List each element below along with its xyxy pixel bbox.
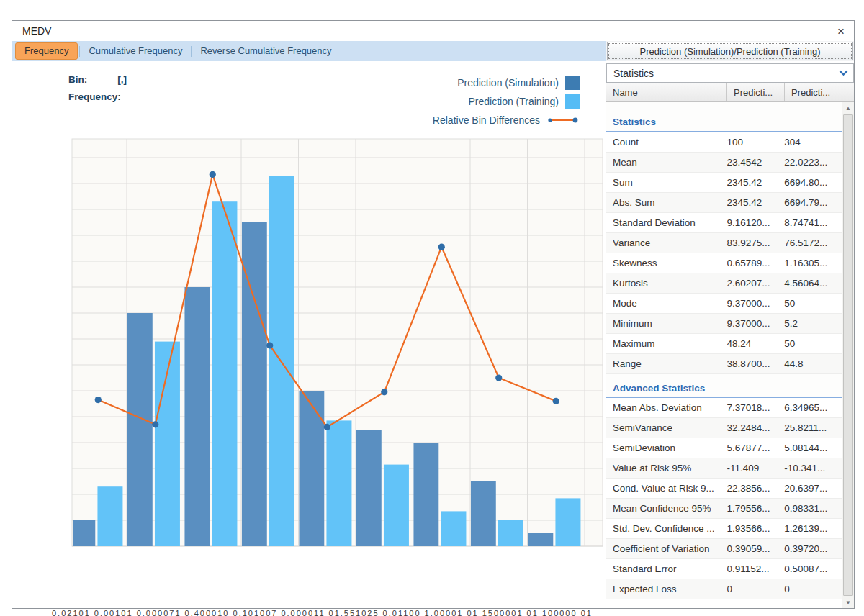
stat-value: 2.60207... [727, 278, 785, 289]
table-row[interactable]: Standard Error0.91152...0.50087... [606, 559, 842, 579]
table-row[interactable]: Mode9.37000...50 [606, 294, 842, 314]
stat-name: Coefficient of Variation [606, 543, 727, 554]
window-title: MEDV [22, 25, 51, 37]
stat-name: Abs. Sum [606, 197, 727, 208]
legend-item-simulation: Prediction (Simulation) [433, 73, 580, 92]
table-row[interactable]: Expected Loss00 [606, 579, 842, 599]
table-body: StatisticsCount100304Mean23.454222.0223.… [606, 102, 854, 608]
column-header-name[interactable]: Name [606, 83, 727, 101]
stat-value: 6.34965... [784, 402, 842, 413]
main-content: Bin: [,] Frequency: Prediction (Simulati… [12, 61, 854, 608]
statistics-dropdown[interactable]: Statistics [606, 63, 854, 83]
stat-value: 304 [784, 137, 842, 148]
prediction-column-button[interactable]: Prediction (Simulation)/Prediction (Trai… [607, 42, 853, 60]
tab-reverse-cumulative-frequency[interactable]: Reverse Cumulative Frequency [192, 41, 340, 61]
stat-value: 25.8211... [784, 422, 842, 433]
stat-name: Minimum [606, 318, 727, 329]
statistics-panel: Statistics Name Predicti... Predicti... … [606, 61, 854, 608]
stat-name: Variance [606, 237, 727, 248]
stat-value: 9.37000... [727, 318, 785, 329]
stat-value: -11.409 [727, 463, 785, 474]
stat-value: 0 [784, 584, 842, 594]
column-header-prediction-1[interactable]: Predicti... [727, 83, 785, 101]
column-header-prediction-2[interactable]: Predicti... [785, 83, 842, 101]
stat-value: 2345.42 [727, 177, 785, 188]
table-row[interactable]: Kurtosis2.60207...4.56064... [606, 273, 842, 294]
table-row[interactable]: Value at Risk 95%-11.409-10.341... [606, 458, 842, 479]
stat-value: 22.3856... [727, 483, 785, 494]
table-row[interactable]: Mean23.454222.0223... [606, 153, 842, 173]
legend-item-training: Prediction (Training) [433, 92, 580, 111]
stat-value: 48.24 [727, 338, 785, 349]
table-row[interactable]: Variance83.9275...76.5172... [606, 233, 842, 253]
table-row[interactable]: Std. Dev. Confidence ...1.93566...1.2613… [606, 519, 842, 539]
table-row[interactable]: Mean Abs. Deviation7.37018...6.34965... [606, 398, 842, 418]
scrollbar-thumb[interactable] [843, 114, 853, 596]
stat-name: Mean Confidence 95% [606, 503, 727, 514]
scroll-down-icon[interactable]: ▼ [842, 597, 854, 608]
stat-value: 5.08144... [784, 443, 842, 453]
stat-value: 50 [784, 338, 842, 349]
stat-value: 4.56064... [784, 278, 842, 289]
stat-value: 38.8700... [727, 358, 785, 369]
table-row[interactable]: Mean Confidence 95%1.79556...0.98331... [606, 499, 842, 519]
frequency-chart[interactable] [12, 61, 606, 608]
stat-name: Mean [606, 157, 727, 168]
stat-value: 1.93566... [727, 523, 785, 534]
chart-area: Bin: [,] Frequency: Prediction (Simulati… [12, 61, 606, 608]
table-row[interactable]: Range38.8700...44.8 [606, 354, 842, 374]
stat-name: SemiDeviation [606, 443, 727, 453]
medv-window: MEDV × Frequency Cumulative Frequency Re… [12, 20, 855, 609]
table-row[interactable]: Maximum48.2450 [606, 334, 842, 354]
legend-item-differences: Relative Bin Differences [433, 111, 580, 130]
stat-value: 1.79556... [727, 503, 785, 514]
panel-header: Prediction (Simulation)/Prediction (Trai… [606, 41, 854, 61]
stat-value: 6694.79... [784, 197, 842, 208]
stat-value: 1.26139... [784, 523, 842, 534]
table-row[interactable]: Sum2345.426694.80... [606, 173, 842, 193]
stat-value: 0.50087... [784, 563, 842, 574]
section-header: Statistics [606, 102, 842, 132]
clipped-bottom-row: 0.02101 0.00101 0.000071 0.400010 0.1010… [0, 609, 864, 616]
scroll-up-icon[interactable]: ▲ [842, 102, 854, 114]
stat-name: Standard Error [606, 563, 727, 574]
vertical-scrollbar[interactable]: ▲ ▼ [842, 102, 854, 608]
stat-name: Expected Loss [606, 584, 727, 594]
stat-name: Range [606, 358, 727, 369]
table-row[interactable]: Standard Deviation9.16120...8.74741... [606, 213, 842, 233]
stat-value: 0.91152... [727, 563, 785, 574]
table-row[interactable]: Coefficient of Variation0.39059...0.3972… [606, 539, 842, 559]
stats-rows: StatisticsCount100304Mean23.454222.0223.… [606, 102, 842, 608]
stat-name: Value at Risk 95% [606, 463, 727, 474]
close-icon[interactable]: × [837, 25, 845, 37]
stat-value: 5.2 [784, 318, 842, 329]
table-row[interactable]: Skewness0.65789...1.16305... [606, 253, 842, 273]
stat-value: 50 [784, 298, 842, 309]
bin-value: [,] [117, 74, 127, 85]
stat-value: 5.67877... [727, 443, 785, 453]
stat-value: 1.16305... [784, 258, 842, 268]
tab-cumulative-frequency[interactable]: Cumulative Frequency [80, 41, 191, 61]
stat-name: Standard Deviation [606, 217, 727, 228]
simulation-swatch-icon [565, 76, 580, 90]
top-bar: Frequency Cumulative Frequency Reverse C… [12, 41, 854, 61]
legend-label: Prediction (Simulation) [457, 77, 559, 89]
tab-frequency[interactable]: Frequency [15, 42, 78, 60]
stat-value: 9.16120... [727, 217, 785, 228]
bin-label: Bin: [68, 74, 87, 85]
dropdown-value: Statistics [613, 68, 654, 79]
clipped-bottom-text: 0.02101 0.00101 0.000071 0.400010 0.1010… [0, 609, 864, 616]
stat-value: 0.39720... [784, 543, 842, 554]
stat-value: 0.98331... [784, 503, 842, 514]
table-row[interactable]: Minimum9.37000...5.2 [606, 314, 842, 334]
training-swatch-icon [565, 94, 580, 109]
table-row[interactable]: Abs. Sum2345.426694.79... [606, 193, 842, 213]
stat-name: Sum [606, 177, 727, 188]
table-row[interactable]: Count100304 [606, 132, 842, 153]
stat-name: Mean Abs. Deviation [606, 402, 727, 413]
stat-name: Count [606, 137, 727, 148]
table-row[interactable]: SemiVariance32.2484...25.8211... [606, 418, 842, 438]
table-row[interactable]: Cond. Value at Risk 9...22.3856...20.639… [606, 479, 842, 499]
table-row[interactable]: SemiDeviation5.67877...5.08144... [606, 438, 842, 458]
stat-value: 20.6397... [784, 483, 842, 494]
